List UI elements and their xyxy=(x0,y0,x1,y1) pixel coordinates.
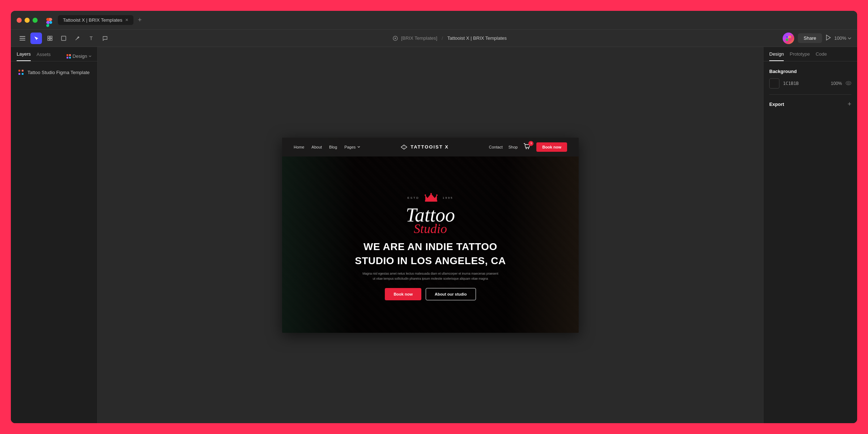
maximize-button[interactable] xyxy=(33,18,38,23)
svg-point-30 xyxy=(848,82,850,84)
svg-rect-0 xyxy=(20,36,25,37)
minimize-button[interactable] xyxy=(25,18,30,23)
sidebar-content: Tattoo Studio Figma Template xyxy=(11,61,97,423)
canvas-area[interactable]: ESTD 19 xyxy=(98,47,763,423)
user-avatar[interactable] xyxy=(783,33,794,44)
svg-rect-22 xyxy=(22,73,24,75)
svg-rect-12 xyxy=(789,36,791,38)
breadcrumb-separator: / xyxy=(442,35,443,41)
color-hex-value: 1C1B1B xyxy=(783,81,827,86)
studio-badge-row: ESTD 19 xyxy=(355,192,506,204)
svg-rect-15 xyxy=(67,54,68,56)
layer-label: Tattoo Studio Figma Template xyxy=(27,70,90,75)
svg-rect-5 xyxy=(48,39,50,40)
tab-close-icon[interactable]: ✕ xyxy=(125,18,128,22)
svg-point-27 xyxy=(526,148,527,149)
svg-rect-18 xyxy=(69,57,71,59)
left-sidebar: Layers Assets Design xyxy=(11,47,98,423)
design-dropdown[interactable]: Design xyxy=(66,53,92,59)
layer-item[interactable]: Tattoo Studio Figma Template xyxy=(17,67,92,77)
nav-blog[interactable]: Blog xyxy=(329,145,337,149)
svg-point-24 xyxy=(425,194,426,196)
svg-rect-21 xyxy=(18,73,20,75)
breadcrumb-org: [BRIX Templates] xyxy=(401,35,437,41)
svg-rect-11 xyxy=(786,36,788,38)
export-title: Export xyxy=(769,102,784,107)
layers-tab[interactable]: Layers xyxy=(17,51,31,61)
panel-content: Background 1C1B1B 100% Export + xyxy=(763,61,857,115)
figma-logo-icon xyxy=(45,16,54,25)
nav-shop[interactable]: Shop xyxy=(509,145,518,149)
hero-buttons: Book now About our studio xyxy=(355,288,506,300)
site-nav: Home About Blog Pages xyxy=(282,138,579,156)
svg-rect-6 xyxy=(50,39,52,40)
nav-links-left: Home About Blog Pages xyxy=(294,145,360,149)
nav-contact[interactable]: Contact xyxy=(489,145,503,149)
visibility-toggle-icon[interactable] xyxy=(846,81,851,86)
comment-tool-button[interactable] xyxy=(99,33,111,44)
svg-rect-7 xyxy=(61,36,66,40)
code-tab[interactable]: Code xyxy=(816,51,827,61)
tab-bar: Tattooist X | BRIX Templates ✕ + xyxy=(58,15,851,25)
toolbar-center: [BRIX Templates] / Tattooist X | BRIX Te… xyxy=(119,35,780,41)
color-swatch[interactable] xyxy=(769,78,779,89)
svg-rect-23 xyxy=(425,200,437,202)
svg-rect-3 xyxy=(48,36,50,38)
svg-rect-13 xyxy=(786,39,788,41)
design-tab[interactable]: Design xyxy=(769,51,784,61)
svg-rect-19 xyxy=(18,70,20,72)
frame-tool-button[interactable] xyxy=(44,33,56,44)
hero-content: ESTD 19 xyxy=(355,192,506,300)
book-now-nav-button[interactable]: Book now xyxy=(536,142,567,152)
hero-headline-1: WE ARE AN INDIE TATTOO xyxy=(355,241,506,253)
about-studio-button[interactable]: About our studio xyxy=(426,288,476,300)
toolbar-left: T xyxy=(17,33,111,44)
year-label: 1995 xyxy=(443,196,454,199)
design-dropdown-label: Design xyxy=(73,53,87,59)
prototype-tab[interactable]: Prototype xyxy=(790,51,810,61)
share-button[interactable]: Share xyxy=(798,33,822,43)
website-mockup: ESTD 19 xyxy=(282,138,579,333)
right-panel: Design Prototype Code Background 1C1B1B … xyxy=(763,47,857,423)
app-window: Tattooist X | BRIX Templates ✕ + xyxy=(11,11,857,423)
breadcrumb-file: Tattooist X | BRIX Templates xyxy=(447,35,507,41)
svg-rect-1 xyxy=(20,38,25,39)
cart-badge: 3 xyxy=(528,141,533,146)
svg-rect-20 xyxy=(22,70,24,72)
main-area: Layers Assets Design xyxy=(11,47,857,423)
cart-icon[interactable]: 3 xyxy=(523,143,531,151)
add-tab-button[interactable]: + xyxy=(135,15,145,25)
add-export-button[interactable]: + xyxy=(847,100,851,108)
estd-label: ESTD xyxy=(407,196,419,199)
export-row: Export + xyxy=(769,100,851,108)
menu-button[interactable] xyxy=(17,33,28,44)
hero-headline-2: STUDIO IN LOS ANGELES, CA xyxy=(355,255,506,267)
play-button[interactable] xyxy=(826,35,831,42)
svg-rect-4 xyxy=(50,36,52,38)
text-tool-button[interactable]: T xyxy=(85,33,97,44)
book-now-hero-button[interactable]: Book now xyxy=(385,288,421,300)
nav-brand: TATTOOIST X xyxy=(360,144,489,150)
pen-tool-button[interactable] xyxy=(72,33,83,44)
active-tab[interactable]: Tattooist X | BRIX Templates ✕ xyxy=(58,15,133,25)
tab-label: Tattooist X | BRIX Templates xyxy=(63,17,122,23)
design-preview: ESTD 19 xyxy=(282,138,579,333)
hero-section: ESTD 19 xyxy=(282,138,579,333)
nav-links-right: Contact Shop 3 Book now xyxy=(489,142,567,152)
svg-point-29 xyxy=(846,81,851,85)
assets-tab[interactable]: Assets xyxy=(37,52,51,61)
panel-divider xyxy=(769,94,851,95)
close-button[interactable] xyxy=(17,18,22,23)
svg-point-26 xyxy=(436,194,438,196)
shape-tool-button[interactable] xyxy=(58,33,69,44)
zoom-control[interactable]: 100% xyxy=(834,35,851,41)
nav-about[interactable]: About xyxy=(311,145,322,149)
svg-rect-17 xyxy=(67,57,68,59)
svg-point-25 xyxy=(430,193,432,194)
brand-name: TATTOOIST X xyxy=(410,144,449,150)
hero-description: Magna nisl egestas amet netus lectus mal… xyxy=(362,271,499,282)
crown-icon xyxy=(424,192,438,204)
nav-pages[interactable]: Pages xyxy=(344,145,360,149)
nav-home[interactable]: Home xyxy=(294,145,304,149)
select-tool-button[interactable] xyxy=(30,33,42,44)
